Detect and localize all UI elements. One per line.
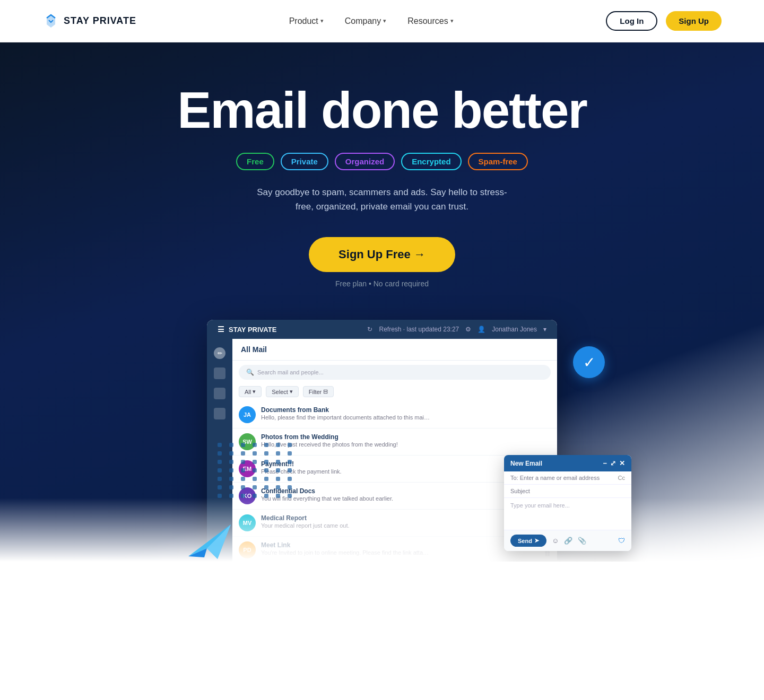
modal-actions: − ⤢ ✕ xyxy=(603,459,625,467)
filter-icon: ⊟ xyxy=(323,388,328,395)
badge-private: Private xyxy=(281,153,328,170)
avatar: PD xyxy=(239,541,256,558)
badge-spamfree: Spam-free xyxy=(468,153,528,170)
signup-button-hero[interactable]: Sign Up Free → xyxy=(309,237,455,272)
hero-subtitle: Say goodbye to spam, scammers and ads. S… xyxy=(257,185,507,214)
avatar: JA xyxy=(239,406,256,423)
compose-icon: ✏ xyxy=(214,347,225,359)
login-button[interactable]: Log In xyxy=(606,11,657,31)
new-email-header: New Email − ⤢ ✕ xyxy=(504,455,631,471)
close-icon[interactable]: ✕ xyxy=(619,459,625,467)
hero-section: Email done better Free Private Organized… xyxy=(0,42,764,562)
security-badge: ✓ xyxy=(573,346,605,378)
nav-product[interactable]: Product ▾ xyxy=(289,16,324,26)
nav-company[interactable]: Company ▾ xyxy=(345,16,386,26)
filter-all[interactable]: All ▾ xyxy=(239,386,262,397)
chevron-down-icon: ▾ xyxy=(253,388,256,395)
mockup-titlebar-logo: ☰ STAY PRIVATE xyxy=(218,325,276,334)
nav-resources[interactable]: Resources ▾ xyxy=(407,16,453,26)
refresh-icon: ↻ xyxy=(367,326,372,333)
badge-encrypted: Encrypted xyxy=(401,153,461,170)
email-item[interactable]: JA Documents from Bank Hello, please fin… xyxy=(232,401,557,428)
email-subject: Meet Link xyxy=(261,541,520,549)
email-meta: Meet Link You're Invited to join to onli… xyxy=(261,541,520,556)
free-note: Free plan • No card required xyxy=(335,279,429,288)
app-mockup: ☰ STAY PRIVATE ↻ Refresh · last updated … xyxy=(143,320,621,562)
minimize-icon[interactable]: − xyxy=(603,459,607,467)
chevron-down-icon: ▾ xyxy=(450,18,454,24)
signup-button-nav[interactable]: Sign Up xyxy=(666,11,722,31)
link-icon[interactable]: 🔗 xyxy=(564,537,572,545)
filter-filter[interactable]: Filter ⊟ xyxy=(303,386,334,397)
new-email-modal: New Email − ⤢ ✕ To: Enter a name or emai… xyxy=(504,455,631,551)
logo: STAY PRIVATE xyxy=(42,13,136,30)
email-meta: Photos from the Wedding Hello, I've just… xyxy=(261,433,551,448)
to-field[interactable]: To: Enter a name or email address Cc xyxy=(504,471,631,485)
chevron-down-icon: ▾ xyxy=(320,18,324,24)
email-preview: Your medical report just came out. xyxy=(261,522,431,529)
nav-links: Product ▾ Company ▾ Resources ▾ xyxy=(289,16,454,26)
send-button[interactable]: Send ➤ xyxy=(510,535,546,547)
email-preview: Hello, please find the important documen… xyxy=(261,414,431,421)
contacts-icon xyxy=(214,388,225,399)
filter-select[interactable]: Select ▾ xyxy=(266,386,299,397)
maximize-icon[interactable]: ⤢ xyxy=(610,459,616,467)
checkmark-icon: ✓ xyxy=(583,354,595,371)
shield-icon[interactable]: 🛡 xyxy=(618,537,625,545)
attachment-icon[interactable]: 📎 xyxy=(578,537,586,545)
navbar: STAY PRIVATE Product ▾ Company ▾ Resourc… xyxy=(0,0,764,42)
email-subject: Photos from the Wedding xyxy=(261,433,551,441)
groups-icon xyxy=(214,408,225,419)
filter-bar: All ▾ Select ▾ Filter ⊟ xyxy=(232,384,557,399)
mockup-titlebar-right: ↻ Refresh · last updated 23:27 ⚙ 👤 Jonat… xyxy=(367,326,546,333)
navbar-actions: Log In Sign Up xyxy=(606,11,722,31)
mockup-titlebar: ☰ STAY PRIVATE ↻ Refresh · last updated … xyxy=(207,320,557,339)
settings-icon: ⚙ xyxy=(465,326,471,333)
badge-organized: Organized xyxy=(335,153,395,170)
subject-field[interactable]: Subject xyxy=(504,485,631,498)
email-body[interactable]: Type your email here... xyxy=(504,498,631,530)
inbox-icon xyxy=(214,368,225,379)
chevron-down-icon: ▾ xyxy=(290,388,293,395)
hero-badges: Free Private Organized Encrypted Spam-fr… xyxy=(236,153,528,170)
new-email-footer: Send ➤ ☺ 🔗 📎 🛡 xyxy=(504,530,631,551)
avatar: MV xyxy=(239,514,256,531)
email-preview: You're Invited to join to online meeting… xyxy=(261,549,431,556)
hero-title: Email done better xyxy=(177,85,587,136)
badge-free: Free xyxy=(236,153,274,170)
email-meta: Documents from Bank Hello, please find t… xyxy=(261,406,551,421)
search-bar[interactable]: 🔍 Search mail and people... xyxy=(239,365,551,380)
paper-plane-icon xyxy=(186,519,233,562)
dots-decoration xyxy=(218,443,295,498)
logo-icon xyxy=(42,13,59,30)
chevron-down-icon: ▾ xyxy=(383,18,386,24)
chevron-down-icon: ▾ xyxy=(543,326,546,333)
user-icon: 👤 xyxy=(478,326,485,333)
all-mail-label: All Mail xyxy=(232,339,557,361)
search-icon: 🔍 xyxy=(246,369,254,376)
email-subject: Documents from Bank xyxy=(261,406,551,414)
send-icon: ➤ xyxy=(534,537,539,544)
emoji-icon[interactable]: ☺ xyxy=(552,537,559,545)
